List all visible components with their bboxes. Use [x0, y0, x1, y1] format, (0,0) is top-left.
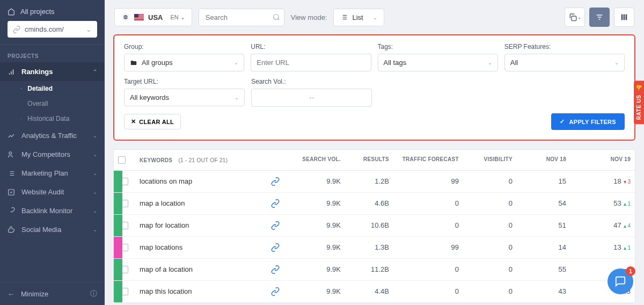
columns-button[interactable] [614, 8, 634, 27]
col-results[interactable]: RESULTS [345, 150, 393, 170]
nav-rankings[interactable]: Rankings ⌃ [0, 62, 105, 81]
main-content: USA EN ⌄ View mode: List ⌄ ⌄ Group: [105, 0, 644, 305]
rate-us-tab[interactable]: RATE US 👍 [634, 81, 644, 124]
filter-url-input[interactable] [257, 59, 365, 67]
cell-d2: 47▴ 4 [570, 215, 635, 236]
country-label: USA [148, 13, 163, 21]
filter-vol-range[interactable] [251, 89, 372, 107]
cell-visibility: 0 [463, 259, 517, 280]
nav-social[interactable]: Social Media ⌄ [0, 220, 105, 239]
col-date2[interactable]: NOV 19 [570, 150, 635, 170]
nav-marketing[interactable]: Marketing Plan ⌄ [0, 164, 105, 183]
keywords-table: KEYWORDS (1 - 21 OUT OF 21) SEARCH VOL. … [113, 149, 635, 303]
nav-label: Social Media [21, 226, 61, 234]
minimize-button[interactable]: ← Minimize ⓘ [0, 282, 105, 305]
table-row[interactable]: map of a location 9.9K 11.2B 0 0 55 ▾ 5 [114, 259, 635, 281]
table-row[interactable]: map this location 9.9K 4.4B 0 0 43 43 [114, 281, 635, 303]
nav-analytics[interactable]: Analytics & Traffic ⌄ [0, 126, 105, 145]
keyword-name: map a location [135, 193, 259, 214]
select-all-checkbox[interactable] [118, 156, 126, 164]
svg-rect-8 [134, 19, 144, 19]
viewmode-value: List [352, 13, 363, 21]
nav-label: Backlink Monitor [21, 207, 72, 215]
keyword-name: map of a location [135, 259, 259, 280]
cell-forecast: 0 [393, 281, 463, 302]
cell-results: 10.6B [345, 215, 393, 236]
filter-target-select[interactable]: All keywords ⌄ [124, 89, 245, 106]
chevron-down-icon: ⌄ [93, 170, 97, 176]
cell-d1: 51 [517, 215, 570, 236]
cell-vol: 9.9K [291, 215, 345, 236]
keyword-link[interactable] [259, 237, 291, 258]
filter-group-select[interactable]: All groups ⌄ [124, 54, 244, 71]
copy-button[interactable]: ⌄ [565, 8, 585, 27]
search-input[interactable] [199, 9, 284, 26]
chevron-down-icon: ⌄ [93, 227, 97, 233]
subnav-overall[interactable]: Overall [20, 96, 105, 111]
svg-rect-7 [134, 18, 144, 18]
keyword-name: map for location [135, 215, 259, 236]
filter-serp-value: All [510, 59, 518, 67]
cell-vol: 9.9K [291, 281, 345, 302]
clear-all-button[interactable]: ✕ CLEAR ALL [124, 114, 181, 129]
viewmode-selector[interactable]: List ⌄ [333, 9, 384, 26]
table-row[interactable]: map locations 9.9K 1.3B 99 0 14 13▴ 1 [114, 237, 635, 259]
col-date1[interactable]: NOV 18 [517, 150, 570, 170]
keyword-link[interactable] [259, 193, 291, 214]
col-vol[interactable]: SEARCH VOL. [291, 150, 345, 170]
country-selector[interactable]: USA EN ⌄ [114, 8, 192, 26]
chevron-down-icon: ⌄ [93, 208, 97, 214]
col-visibility[interactable]: VISIBILITY [463, 150, 517, 170]
svg-point-10 [274, 14, 279, 19]
search-icon [273, 13, 280, 21]
keyword-link[interactable] [259, 259, 291, 280]
subnav-historical[interactable]: Historical Data [20, 111, 105, 126]
svg-rect-14 [626, 14, 627, 20]
cell-visibility: 0 [463, 281, 517, 302]
chevron-down-icon: ⌄ [235, 95, 239, 100]
link-icon [271, 199, 280, 208]
thumbs-up-icon: 👍 [636, 85, 642, 92]
filter-target-value: All keywords [130, 93, 169, 101]
cell-d1: 43 [517, 281, 570, 302]
keyword-link[interactable] [259, 171, 291, 192]
check-icon: ✓ [560, 118, 565, 125]
help-icon[interactable]: ⓘ [90, 289, 97, 299]
table-row[interactable]: map for location 9.9K 10.6B 0 0 51 47▴ 4 [114, 215, 635, 237]
nav-backlink[interactable]: Backlink Monitor ⌄ [0, 201, 105, 220]
filter-tags-value: All tags [384, 59, 407, 67]
all-projects-label: All projects [20, 8, 55, 16]
apply-label: APPLY FILTERS [569, 119, 616, 125]
table-row[interactable]: map a location 9.9K 4.6B 0 0 54 53▴ 1 [114, 193, 635, 215]
chat-button[interactable]: 1 [608, 268, 633, 294]
audit-icon [8, 188, 15, 196]
nav-audit[interactable]: Website Audit ⌄ [0, 183, 105, 201]
cell-visibility: 0 [463, 171, 517, 192]
filter-serp-select[interactable]: All ⌄ [504, 54, 625, 71]
all-projects-link[interactable]: All projects [8, 8, 97, 16]
col-keywords[interactable]: KEYWORDS [140, 157, 172, 163]
keyword-link[interactable] [259, 215, 291, 236]
table-row[interactable]: locations on map 9.9K 1.2B 99 0 15 18▾ 3 [114, 171, 635, 193]
nav-competitors[interactable]: My Competitors ⌄ [0, 145, 105, 164]
cell-visibility: 0 [463, 215, 517, 236]
svg-rect-9 [134, 14, 138, 17]
chevron-down-icon: ⌄ [614, 60, 619, 66]
filter-button[interactable] [589, 8, 610, 27]
svg-rect-11 [572, 16, 576, 21]
cell-results: 4.6B [345, 193, 393, 214]
col-forecast[interactable]: TRAFFIC FORECAST [393, 150, 463, 170]
svg-rect-12 [621, 14, 623, 20]
chevron-down-icon: ⌄ [93, 133, 97, 139]
nav-label: Marketing Plan [21, 169, 68, 177]
svg-rect-13 [624, 14, 625, 20]
filter-tags-select[interactable]: All tags ⌄ [378, 54, 498, 71]
apply-filters-button[interactable]: ✓ APPLY FILTERS [551, 113, 625, 130]
nav-label: Rankings [21, 68, 53, 76]
project-name: cminds.com/ [25, 25, 64, 33]
projects-heading: PROJECTS [0, 47, 105, 62]
keyword-link[interactable] [259, 281, 291, 302]
filter-group-label: Group: [124, 43, 244, 50]
subnav-detailed[interactable]: Detailed [20, 81, 105, 96]
project-selector[interactable]: cminds.com/ ⌄ [8, 21, 97, 38]
